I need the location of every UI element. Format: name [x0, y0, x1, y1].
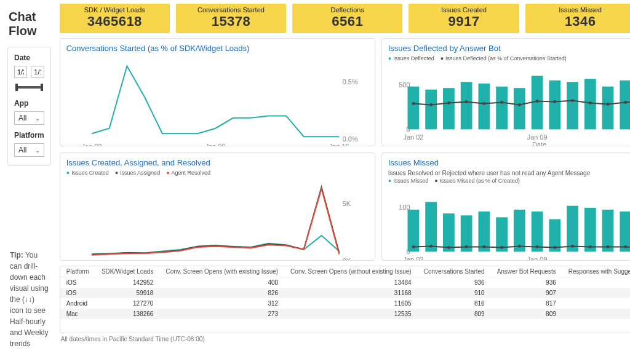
table-cell: 654: [562, 277, 630, 288]
chevron-down-icon: ⌄: [35, 147, 40, 154]
table-header[interactable]: Conv. Screen Opens (with existing Issue): [159, 266, 284, 277]
svg-point-25: [482, 102, 485, 105]
svg-rect-6: [407, 87, 419, 130]
table-cell: 936: [491, 277, 562, 288]
svg-point-71: [500, 246, 503, 249]
table-cell: 13484: [284, 277, 418, 288]
kpi-title: Conversations Started: [176, 6, 286, 14]
table-row[interactable]: iOS5991882631168910907606: [60, 288, 630, 298]
table-row[interactable]: Mac13826627312535809809560: [60, 309, 630, 319]
table-header[interactable]: Platform: [60, 266, 95, 277]
svg-text:Jan 09: Jan 09: [205, 143, 225, 146]
table-row[interactable]: iOS14295240013484936936654: [60, 277, 630, 288]
svg-point-29: [553, 100, 556, 103]
svg-point-31: [589, 101, 592, 105]
chart-plot: 01000%50%100%Jan 02Jan 09Jan 16Date: [388, 185, 630, 261]
svg-rect-8: [443, 88, 455, 129]
platform-label: Platform: [14, 131, 44, 140]
chart-card-issues_car[interactable]: Issues Created, Assigned, and ResolvedIs…: [60, 152, 375, 261]
table-header[interactable]: Answer Bot Requests: [491, 266, 562, 277]
date-from-input[interactable]: [14, 66, 27, 78]
table-cell: 127270: [95, 298, 160, 309]
chart-title: Conversations Started (as % of SDK/Widge…: [66, 44, 369, 53]
svg-point-33: [624, 101, 627, 104]
table-cell: 816: [418, 298, 491, 309]
svg-text:100: 100: [399, 204, 410, 211]
table-cell: Mac: [60, 309, 95, 319]
svg-text:Jan 02: Jan 02: [403, 133, 423, 141]
chart-subtitle: Issues Resolved or Rejected where user h…: [388, 170, 630, 176]
app-label: App: [14, 99, 44, 108]
svg-point-32: [606, 103, 609, 106]
svg-point-28: [535, 100, 538, 103]
chart-card-conv_pct[interactable]: Conversations Started (as % of SDK/Widge…: [60, 38, 375, 146]
kpi-value: 6561: [292, 14, 402, 30]
date-range-slider[interactable]: [14, 82, 44, 93]
svg-text:5K: 5K: [342, 200, 351, 207]
svg-rect-14: [549, 81, 560, 130]
date-label: Date: [14, 53, 44, 62]
table-cell: 273: [159, 309, 284, 319]
table-header[interactable]: Conv. Screen Opens (without existing Iss…: [284, 266, 418, 277]
svg-point-69: [465, 245, 468, 248]
chart-plot: 05000%50%100%Jan 02Jan 09Jan 16Date: [388, 63, 630, 146]
footer-note: All dates/times in Pacific Standard Time…: [60, 333, 630, 342]
table-cell: 817: [491, 298, 562, 309]
chart-card-missed[interactable]: Issues MissedIssues Resolved or Rejected…: [381, 152, 630, 261]
svg-rect-17: [602, 87, 613, 130]
svg-text:Jan 09: Jan 09: [527, 256, 547, 261]
chart-plot: 0.0%0.5%Jan 02Jan 09Jan 16Date: [66, 55, 369, 146]
table-cell: 907: [491, 288, 562, 298]
kpi-value: 3465618: [60, 14, 170, 30]
table-cell: Android: [60, 298, 95, 309]
table-header[interactable]: Conversations Started: [418, 266, 491, 277]
platform-select[interactable]: All ⌄: [14, 143, 44, 157]
table-scroll[interactable]: PlatformSDK/Widget LoadsConv. Screen Ope…: [60, 266, 630, 333]
kpi-card[interactable]: Issues Missed 1346: [525, 4, 631, 33]
kpi-card[interactable]: Issues Created 9917: [409, 4, 519, 33]
filters-panel: Date App All ⌄ Platform All ⌄: [7, 47, 51, 166]
svg-text:0: 0: [406, 248, 410, 255]
svg-text:Jan 16: Jan 16: [329, 143, 349, 146]
svg-text:0: 0: [406, 125, 410, 133]
kpi-card[interactable]: Deflections 6561: [292, 4, 402, 33]
kpi-value: 15378: [176, 14, 286, 30]
chart-legend: Issues DeflectedIssues Deflected (as % o…: [388, 55, 630, 61]
svg-text:Jan 02: Jan 02: [81, 143, 102, 146]
table-row[interactable]: Android12727031211605816817539: [60, 298, 630, 309]
kpi-title: SDK / Widget Loads: [60, 6, 170, 14]
svg-point-21: [412, 102, 415, 105]
table-cell: 31168: [284, 288, 418, 298]
table-cell: 606: [562, 288, 630, 298]
svg-rect-11: [496, 87, 508, 130]
app-select-value: All: [18, 114, 26, 122]
kpi-card[interactable]: SDK / Widget Loads 3465618: [60, 4, 170, 33]
chart-title: Issues Created, Assigned, and Resolved: [66, 158, 369, 167]
svg-rect-52: [425, 202, 437, 251]
chart-title: Issues Missed: [388, 158, 630, 167]
svg-rect-18: [620, 81, 630, 130]
svg-point-67: [429, 245, 433, 248]
table-cell: 809: [418, 309, 491, 319]
chart-card-deflected[interactable]: Issues Deflected by Answer BotIssues Def…: [381, 38, 630, 146]
kpi-value: 1346: [525, 14, 631, 30]
kpi-title: Issues Created: [409, 6, 519, 14]
table-cell: 539: [562, 298, 630, 309]
date-to-input[interactable]: [31, 66, 44, 78]
svg-text:Jan 02: Jan 02: [403, 256, 423, 261]
svg-rect-9: [460, 82, 472, 129]
kpi-row: SDK / Widget Loads 3465618Conversations …: [60, 4, 630, 33]
page-title: Chat Flow: [9, 10, 51, 38]
svg-rect-10: [478, 84, 490, 130]
svg-text:0.0%: 0.0%: [342, 135, 357, 143]
table-header[interactable]: Responses with Suggestions: [562, 266, 630, 277]
table-cell: 12535: [284, 309, 418, 319]
app-select[interactable]: All ⌄: [14, 111, 44, 125]
kpi-card[interactable]: Conversations Started 15378: [176, 4, 286, 33]
table-cell: 809: [491, 309, 562, 319]
svg-point-66: [412, 245, 415, 248]
svg-rect-7: [425, 90, 437, 130]
table-header[interactable]: SDK/Widget Loads: [95, 266, 160, 277]
svg-rect-61: [584, 208, 596, 252]
svg-rect-12: [514, 88, 525, 129]
